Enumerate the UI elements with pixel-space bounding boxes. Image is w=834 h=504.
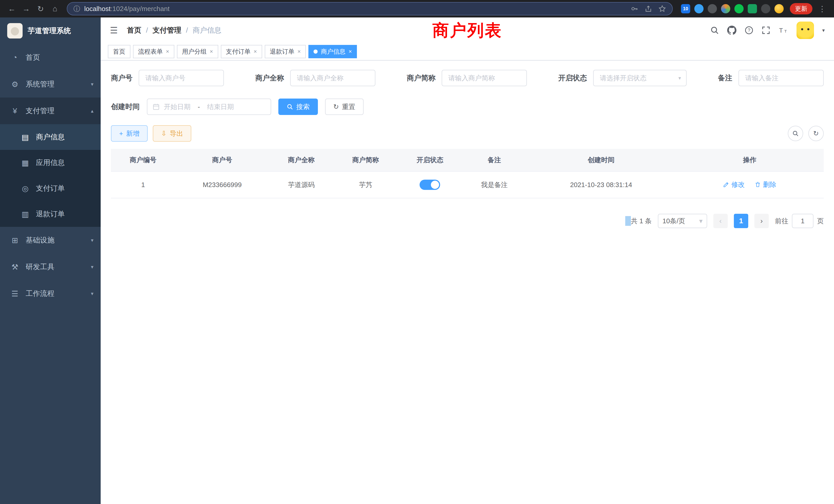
document-icon: ▥: [21, 210, 30, 219]
github-icon[interactable]: [727, 26, 737, 35]
page-size-value: 10条/页: [662, 216, 685, 226]
svg-text:T: T: [785, 29, 787, 33]
delete-link[interactable]: 删除: [755, 180, 776, 189]
tab-label: 首页: [113, 47, 125, 56]
search-button-label: 搜索: [296, 102, 310, 111]
extension-drop-icon[interactable]: [694, 4, 704, 13]
tab-process-form[interactable]: 流程表单 ×: [133, 45, 174, 58]
export-button[interactable]: ⇩ 导出: [153, 125, 191, 142]
cell-create-time: 2021-10-23 08:31:14: [526, 171, 676, 198]
remark-input[interactable]: [739, 70, 824, 86]
close-tab-icon[interactable]: ×: [298, 48, 301, 55]
sidebar-item-workflow[interactable]: ☰ 工作流程 ▾: [0, 280, 101, 307]
sidebar-item-devtools[interactable]: ⚒ 研发工具 ▾: [0, 254, 101, 280]
search-button[interactable]: 搜索: [278, 98, 318, 115]
chevron-down-icon: ▾: [678, 75, 681, 81]
sidebar-item-app-info[interactable]: ▦ 应用信息: [0, 150, 101, 176]
cell-merchant-no: M233666999: [175, 171, 269, 198]
share-icon[interactable]: [644, 5, 652, 13]
sidebar-item-label: 支付订单: [36, 183, 65, 193]
tab-user-group[interactable]: 用户分组 ×: [177, 45, 218, 58]
extension-dark-icon[interactable]: [761, 4, 770, 13]
sidebar-item-label: 商户信息: [36, 132, 65, 142]
breadcrumb-home[interactable]: 首页: [127, 25, 141, 35]
help-icon[interactable]: ?: [745, 26, 753, 35]
search-icon[interactable]: [710, 26, 719, 35]
status-label: 开启状态: [558, 73, 587, 83]
show-search-toggle-button[interactable]: [788, 126, 803, 141]
extension-avatar-icon[interactable]: [721, 4, 730, 13]
reset-button[interactable]: ↻ 重置: [325, 98, 364, 115]
full-name-input[interactable]: [290, 70, 375, 86]
tab-pay-order[interactable]: 支付订单 ×: [221, 45, 262, 58]
browser-update-button[interactable]: 更新: [790, 3, 812, 14]
card-icon: ▤: [21, 133, 30, 142]
close-tab-icon[interactable]: ×: [166, 48, 169, 55]
sidebar-item-pay[interactable]: ¥ 支付管理 ▴: [0, 97, 101, 124]
page-info-icon[interactable]: ⓘ: [73, 4, 80, 13]
target-icon: ◎: [21, 184, 30, 193]
refresh-table-button[interactable]: ↻: [808, 126, 824, 141]
back-icon[interactable]: ←: [5, 2, 19, 16]
browser-menu-icon[interactable]: ⋮: [815, 2, 829, 16]
svg-text:?: ?: [748, 28, 750, 33]
create-time-range-picker[interactable]: 开始日期 - 结束日期: [147, 98, 271, 115]
sidebar-item-merchant-info[interactable]: ▤ 商户信息: [0, 124, 101, 150]
close-tab-icon[interactable]: ×: [210, 48, 213, 55]
logo[interactable]: 芋道管理系统: [0, 18, 101, 44]
user-avatar[interactable]: [796, 22, 814, 39]
sidebar-item-label: 首页: [26, 53, 40, 62]
merchant-no-input[interactable]: [139, 70, 224, 86]
omnibox-actions: [631, 5, 666, 13]
tab-merchant-info[interactable]: 商户信息 ×: [308, 45, 357, 58]
avatar-chevron-down-icon[interactable]: ▾: [822, 27, 825, 33]
bookmark-star-icon[interactable]: [658, 5, 666, 13]
extension-green-circle-icon[interactable]: [734, 4, 744, 13]
tab-home[interactable]: 首页: [108, 45, 130, 58]
goto-page-input[interactable]: [792, 214, 813, 228]
sidebar-item-pay-order[interactable]: ◎ 支付订单: [0, 176, 101, 201]
edit-link[interactable]: 修改: [723, 180, 745, 189]
sidebar-item-label: 基础设施: [26, 235, 54, 245]
next-page-button[interactable]: ›: [754, 214, 769, 228]
filter-row-1: 商户号 商户全称 商户简称 开启状态 请选择开启状态 ▾: [111, 70, 824, 86]
breadcrumb-pay[interactable]: 支付管理: [153, 25, 181, 35]
extension-badge-icon[interactable]: 10: [681, 4, 690, 13]
url-bar[interactable]: ⓘ localhost:1024/pay/merchant: [67, 2, 673, 16]
fullscreen-icon[interactable]: [762, 26, 770, 35]
cell-remark: 我是备注: [462, 171, 527, 198]
extension-notes-icon[interactable]: [748, 4, 757, 13]
close-tab-icon[interactable]: ×: [254, 48, 257, 55]
key-icon[interactable]: [631, 5, 638, 13]
sidebar-item-refund-order[interactable]: ▥ 退款订单: [0, 201, 101, 227]
cell-merchant-id: 1: [111, 171, 175, 198]
prev-page-button[interactable]: ‹: [713, 214, 728, 228]
cell-full-name: 芋道源码: [269, 171, 333, 198]
short-name-input[interactable]: [442, 70, 527, 86]
page-1-button[interactable]: 1: [734, 214, 748, 228]
breadcrumb: 首页 / 支付管理 / 商户信息: [127, 25, 221, 35]
grid-icon: ▦: [21, 158, 30, 167]
text-selection-artifact: [625, 216, 631, 226]
sidebar-item-system[interactable]: ⚙ 系统管理 ▾: [0, 71, 101, 97]
font-size-icon[interactable]: TT: [778, 26, 788, 35]
collapse-sidebar-icon[interactable]: ☰: [110, 25, 117, 36]
close-tab-icon[interactable]: ×: [348, 48, 352, 55]
forward-icon[interactable]: →: [20, 2, 33, 16]
add-button[interactable]: + 新增: [111, 125, 148, 142]
add-button-label: 新增: [126, 129, 139, 138]
create-time-label: 创建时间: [111, 102, 140, 112]
toolbar-row: + 新增 ⇩ 导出 ↻: [111, 125, 824, 142]
extension-orange-avatar-icon[interactable]: [774, 4, 784, 13]
sidebar-item-home[interactable]: ◔ 首页: [0, 44, 101, 71]
status-toggle[interactable]: [420, 180, 440, 190]
page-size-select[interactable]: 10条/页 ▾: [658, 214, 707, 228]
extension-dark-circle-icon[interactable]: [708, 4, 717, 13]
reload-icon[interactable]: ↻: [34, 2, 47, 16]
plus-icon: +: [119, 130, 123, 137]
tool-icon: ⚒: [10, 262, 20, 272]
home-icon[interactable]: ⌂: [48, 2, 62, 16]
sidebar-item-infrastructure[interactable]: ⊞ 基础设施 ▾: [0, 227, 101, 254]
status-select[interactable]: 请选择开启状态 ▾: [593, 70, 687, 86]
tab-refund-order[interactable]: 退款订单 ×: [265, 45, 306, 58]
